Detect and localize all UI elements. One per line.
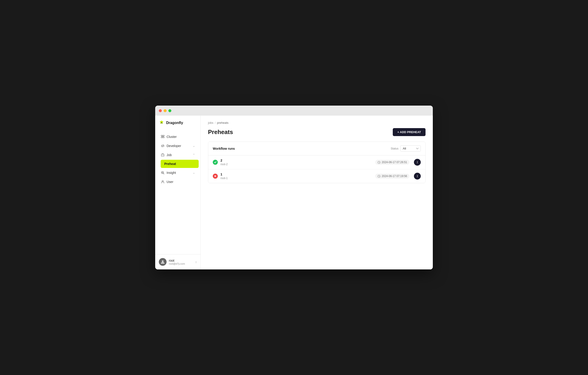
app-window: Dragonfly xyxy=(155,105,433,270)
user-expand-icon[interactable]: ↕ xyxy=(195,260,197,264)
sidebar-item-cluster-label: Cluster xyxy=(167,135,177,139)
cluster-icon xyxy=(161,135,165,139)
page-header: Preheats + ADD PREHEAT xyxy=(208,128,426,136)
user-name: root xyxy=(169,259,185,262)
workflow-menu-button[interactable] xyxy=(414,173,421,179)
workflow-menu-button[interactable] xyxy=(414,159,421,166)
sidebar-item-preheat-label: Preheat xyxy=(164,162,176,166)
table-row[interactable]: 2 root-2 2024-06-17 07:26:51 xyxy=(208,156,425,169)
workflow-time: 2024-06-17 07:19:56 xyxy=(375,174,409,179)
breadcrumb-jobs[interactable]: jobs xyxy=(208,121,213,125)
breadcrumb: jobs / preheats xyxy=(208,121,426,125)
svg-line-14 xyxy=(163,173,164,174)
table-header-title: Workflow runs xyxy=(213,147,235,150)
logo-text: Dragonfly xyxy=(166,121,183,125)
workflow-name: root-2 xyxy=(220,163,375,166)
workflow-name: root-1 xyxy=(220,177,375,180)
add-preheat-button[interactable]: + ADD PREHEAT xyxy=(393,128,426,136)
sidebar-item-user[interactable]: User xyxy=(157,177,199,186)
svg-rect-9 xyxy=(161,154,164,156)
sidebar-item-user-label: User xyxy=(167,180,173,184)
workflow-id: 1 xyxy=(220,172,375,176)
svg-rect-3 xyxy=(161,137,162,138)
sidebar-item-job-label: Job xyxy=(167,153,172,157)
svg-rect-4 xyxy=(163,137,164,138)
sidebar-item-cluster[interactable]: Cluster xyxy=(157,132,199,141)
table-header: Workflow runs Status All Success Error xyxy=(208,142,425,156)
status-select[interactable]: All Success Error xyxy=(400,146,421,152)
close-button[interactable] xyxy=(159,109,162,112)
svg-point-13 xyxy=(162,172,163,173)
sidebar-item-preheat[interactable]: Preheat xyxy=(161,160,199,168)
svg-rect-2 xyxy=(163,135,164,136)
svg-point-15 xyxy=(162,180,163,182)
user-email: root@d7y.com xyxy=(169,262,185,265)
svg-point-26 xyxy=(417,177,418,177)
minimize-button[interactable] xyxy=(164,109,167,112)
clock-icon xyxy=(378,175,380,178)
svg-point-19 xyxy=(417,162,418,162)
sidebar: Dragonfly xyxy=(155,115,201,270)
breadcrumb-preheats: preheats xyxy=(217,121,229,125)
main-content: jobs / preheats Preheats + ADD PREHEAT W… xyxy=(201,115,433,270)
job-icon xyxy=(161,153,165,157)
workflow-table: Workflow runs Status All Success Error xyxy=(208,142,426,183)
user-icon xyxy=(161,180,165,184)
status-filter: Status All Success Error xyxy=(391,146,421,152)
svg-point-18 xyxy=(417,161,418,162)
workflow-timestamp: 2024-06-17 07:26:51 xyxy=(382,161,407,164)
breadcrumb-separator: / xyxy=(215,121,216,125)
svg-rect-1 xyxy=(161,135,162,136)
svg-point-10 xyxy=(162,155,162,156)
dragonfly-logo-icon xyxy=(159,120,164,125)
page-title: Preheats xyxy=(208,129,233,135)
clock-icon xyxy=(378,161,380,164)
svg-point-16 xyxy=(162,260,164,262)
avatar xyxy=(159,258,167,266)
sidebar-nav: Cluster Developer xyxy=(155,130,200,254)
app-body: Dragonfly xyxy=(155,115,433,270)
workflow-time: 2024-06-17 07:26:51 xyxy=(375,160,409,165)
titlebar xyxy=(155,105,433,115)
maximize-button[interactable] xyxy=(168,109,171,112)
sidebar-footer: root root@d7y.com ↕ xyxy=(155,254,200,270)
workflow-timestamp: 2024-06-17 07:19:56 xyxy=(382,175,407,178)
status-error-icon xyxy=(213,174,218,179)
user-info: root root@d7y.com xyxy=(159,258,185,266)
sidebar-item-job[interactable]: Job ⌃ xyxy=(157,151,199,159)
svg-point-24 xyxy=(417,175,418,176)
sidebar-item-insight[interactable]: Insight ⌄ xyxy=(157,168,199,177)
sidebar-item-developer-label: Developer xyxy=(167,144,181,148)
svg-point-20 xyxy=(417,163,418,163)
job-chevron-icon: ⌃ xyxy=(193,153,195,156)
status-label: Status xyxy=(391,147,399,150)
svg-point-0 xyxy=(161,122,162,123)
workflow-id: 2 xyxy=(220,159,375,162)
sidebar-item-developer[interactable]: Developer ⌄ xyxy=(157,142,199,150)
sidebar-item-insight-label: Insight xyxy=(167,171,176,175)
svg-line-8 xyxy=(162,145,163,147)
logo: Dragonfly xyxy=(155,115,200,130)
table-row[interactable]: 1 root-1 2024-06-17 07:19:56 xyxy=(208,169,425,183)
workflow-info: 1 root-1 xyxy=(220,172,375,180)
user-text: root root@d7y.com xyxy=(169,259,185,265)
workflow-info: 2 root-2 xyxy=(220,159,375,166)
status-success-icon xyxy=(213,160,218,165)
insight-chevron-icon: ⌄ xyxy=(193,171,195,174)
insight-icon xyxy=(161,171,165,175)
developer-icon xyxy=(161,144,165,148)
developer-chevron-icon: ⌄ xyxy=(193,144,195,147)
svg-point-25 xyxy=(417,176,418,176)
